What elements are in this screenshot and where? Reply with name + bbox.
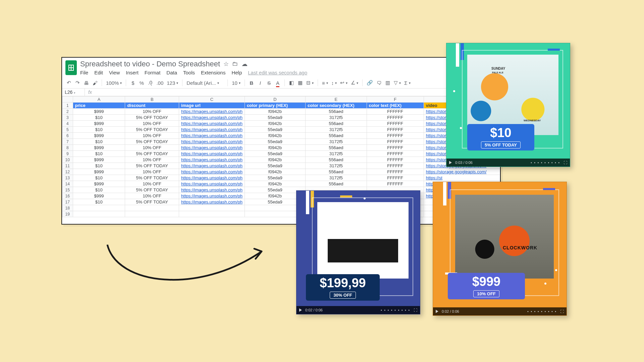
play-icon[interactable] <box>449 161 452 164</box>
grid-cell[interactable]: https://images.unsplash.com/ph <box>179 139 245 145</box>
row-number[interactable]: 17 <box>62 199 73 205</box>
grid-cell[interactable]: $10 <box>73 187 125 193</box>
last-edit-text[interactable]: Last edit was seconds ago <box>248 70 307 75</box>
font-size-select[interactable]: 10▾ <box>232 80 240 86</box>
row-number[interactable]: 15 <box>62 187 73 193</box>
grid-cell[interactable]: https://images.unsplash.com/ph <box>179 181 245 187</box>
row-number[interactable]: 16 <box>62 193 73 199</box>
grid-cell[interactable]: https://images.unsplash.com/ph <box>179 127 245 133</box>
text-color-button[interactable]: A <box>275 80 280 86</box>
header-cell[interactable]: image url <box>179 103 245 109</box>
url-link[interactable]: https://images.unsplash.com/ph <box>181 193 243 198</box>
grid-cell[interactable]: FFFFFF <box>367 121 424 127</box>
grid-cell[interactable]: FFFFFF <box>367 127 424 133</box>
grid-cell[interactable]: https://images.unsplash.com/ph <box>179 133 245 139</box>
redo-button[interactable]: ↷ <box>75 80 80 86</box>
paint-format-button[interactable]: 🖌 <box>92 80 98 86</box>
grid-cell[interactable]: FFFFFF <box>367 169 424 175</box>
grid-cell[interactable]: 55eda9 <box>245 175 305 181</box>
grid-cell[interactable] <box>179 211 245 217</box>
url-link[interactable]: https://images.unsplash.com/ph <box>181 157 243 162</box>
grid-cell[interactable]: $999 <box>73 193 125 199</box>
grid-cell[interactable]: https://images.unsplash.com/ph <box>179 157 245 163</box>
rotate-button[interactable]: ∠▾ <box>351 80 358 86</box>
menu-view[interactable]: View <box>109 70 120 75</box>
grid-cell[interactable]: f0942b <box>245 181 305 187</box>
grid-cell[interactable]: 10% OFF <box>125 133 179 139</box>
grid-cell[interactable]: https://images.unsplash.com/ph <box>179 169 245 175</box>
column-header[interactable]: A <box>73 97 125 103</box>
number-format-select[interactable]: 123▾ <box>167 80 178 86</box>
grid-cell[interactable]: FFFFFF <box>367 109 424 115</box>
header-cell[interactable]: color text (HEX) <box>367 103 424 109</box>
video-controls[interactable]: 0:03 / 0:06 • • • • • • • • • ⛶ <box>446 159 570 167</box>
grid-cell[interactable]: $999 <box>73 121 125 127</box>
grid-cell[interactable]: f0942b <box>245 169 305 175</box>
grid-cell[interactable]: 3172f5 <box>306 151 367 157</box>
url-link[interactable]: https://images.unsplash.com/ph <box>181 109 243 114</box>
header-cell[interactable]: color secondary (HEX) <box>306 103 367 109</box>
grid-cell[interactable]: 556aed <box>306 133 367 139</box>
grid-cell[interactable]: 5% OFF TODAY <box>125 115 179 121</box>
grid-cell[interactable]: 556aed <box>306 121 367 127</box>
url-link[interactable]: https://images.unsplash.com/ph <box>181 145 243 150</box>
header-cell[interactable]: price <box>73 103 125 109</box>
grid-cell[interactable]: $999 <box>73 157 125 163</box>
grid-cell[interactable]: f0942b <box>245 133 305 139</box>
url-link[interactable]: https://images.unsplash.com/ph <box>181 175 243 180</box>
grid-cell[interactable]: 5% OFF TODAY <box>125 163 179 169</box>
grid-cell[interactable]: FFFFFF <box>367 181 424 187</box>
grid-cell[interactable]: https://images.unsplash.com/ph <box>179 145 245 151</box>
decrease-decimal-button[interactable]: .0̩ <box>148 80 153 86</box>
grid-cell[interactable]: https://images.unsplash.com/ph <box>179 115 245 121</box>
select-all-cell[interactable] <box>62 97 73 103</box>
row-number[interactable]: 3 <box>62 115 73 121</box>
fullscreen-icon[interactable]: ⛶ <box>560 309 564 313</box>
grid-cell[interactable]: 3172f5 <box>306 115 367 121</box>
url-link[interactable]: https://images.unsplash.com/ph <box>181 127 243 132</box>
grid-cell[interactable]: 5% OFF TODAY <box>125 187 179 193</box>
grid-cell[interactable]: 5% OFF TODAY <box>125 175 179 181</box>
grid-cell[interactable]: 3172f5 <box>306 163 367 169</box>
grid-cell[interactable]: FFFFFF <box>367 145 424 151</box>
print-button[interactable]: 🖶 <box>84 80 89 86</box>
font-select[interactable]: Default (Ari...▾ <box>186 80 223 86</box>
grid-cell[interactable]: FFFFFF <box>367 163 424 169</box>
play-icon[interactable] <box>436 310 438 313</box>
grid-cell[interactable]: f0942b <box>245 157 305 163</box>
percent-button[interactable]: % <box>139 80 144 86</box>
grid-cell[interactable]: 3172f5 <box>306 127 367 133</box>
row-number[interactable]: 18 <box>62 205 73 211</box>
grid-cell[interactable]: 10% OFF <box>125 181 179 187</box>
grid-cell[interactable]: 10% OFF <box>125 157 179 163</box>
grid-cell[interactable]: $10 <box>73 163 125 169</box>
grid-cell[interactable]: $999 <box>73 109 125 115</box>
grid-cell[interactable]: https://images.unsplash.com/ph <box>179 151 245 157</box>
url-link[interactable]: https://images.unsplash.com/ph <box>181 181 243 186</box>
filter-button[interactable]: ▽▾ <box>394 80 401 86</box>
fullscreen-icon[interactable]: ⛶ <box>564 161 567 165</box>
grid-cell[interactable]: $999 <box>73 181 125 187</box>
grid-cell[interactable] <box>125 205 179 211</box>
grid-cell[interactable]: 10% OFF <box>125 193 179 199</box>
menu-extensions[interactable]: Extensions <box>201 70 225 75</box>
url-link[interactable]: https://images.unsplash.com/ph <box>181 133 243 138</box>
grid-cell[interactable]: 5% OFF TODAY <box>125 139 179 145</box>
star-icon[interactable]: ☆ <box>223 60 229 68</box>
grid-cell[interactable]: f0942b <box>245 145 305 151</box>
grid-cell[interactable]: 556aed <box>306 157 367 163</box>
grid-cell[interactable]: $10 <box>73 139 125 145</box>
row-number[interactable]: 19 <box>62 211 73 217</box>
grid-cell[interactable]: $999 <box>73 145 125 151</box>
grid-cell[interactable]: https://images.unsplash.com/ph <box>179 163 245 169</box>
row-number[interactable]: 11 <box>62 163 73 169</box>
zoom-select[interactable]: 100%▾ <box>106 80 122 86</box>
grid-cell[interactable]: 55eda9 <box>245 139 305 145</box>
row-number[interactable]: 12 <box>62 169 73 175</box>
column-header[interactable]: E <box>306 97 367 103</box>
grid-cell[interactable]: https://images.unsplash.com/ph <box>179 109 245 115</box>
row-number[interactable]: 8 <box>62 145 73 151</box>
menu-help[interactable]: Help <box>231 70 242 75</box>
grid-cell[interactable]: https://images.unsplash.com/ph <box>179 121 245 127</box>
fill-color-button[interactable]: ◧ <box>289 80 294 86</box>
